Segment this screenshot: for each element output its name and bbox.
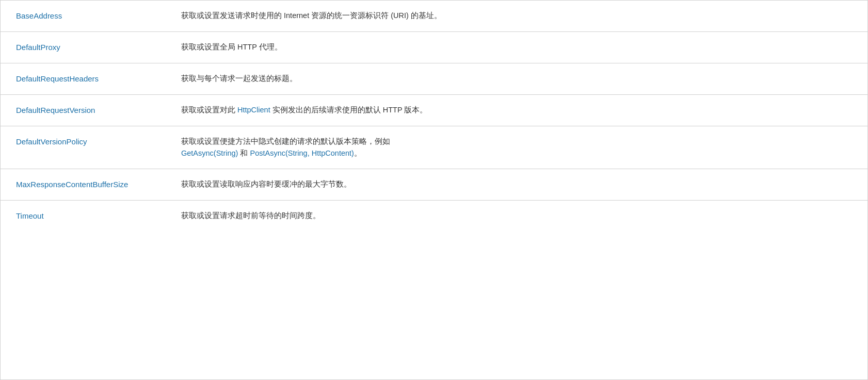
property-name[interactable]: DefaultProxy: [1, 32, 166, 63]
properties-table: BaseAddress获取或设置发送请求时使用的 Internet 资源的统一资…: [1, 1, 867, 232]
property-description: 获取或设置对此 HttpClient 实例发出的后续请求使用的默认 HTTP 版…: [166, 95, 867, 126]
property-name[interactable]: MaxResponseContentBufferSize: [1, 169, 166, 201]
property-name[interactable]: BaseAddress: [1, 1, 166, 32]
docs-table-container: BaseAddress获取或设置发送请求时使用的 Internet 资源的统一资…: [0, 0, 868, 380]
property-description: 获取或设置发送请求时使用的 Internet 资源的统一资源标识符 (URI) …: [166, 1, 867, 32]
property-name[interactable]: DefaultRequestVersion: [1, 95, 166, 126]
table-row: DefaultProxy获取或设置全局 HTTP 代理。: [1, 32, 867, 63]
table-row: DefaultRequestVersion获取或设置对此 HttpClient …: [1, 95, 867, 126]
property-link[interactable]: Timeout: [16, 211, 44, 220]
property-link[interactable]: DefaultProxy: [16, 43, 60, 52]
property-description: 获取或设置便捷方法中隐式创建的请求的默认版本策略，例如GetAsync(Stri…: [166, 126, 867, 169]
inline-link[interactable]: HttpClient: [237, 106, 270, 114]
table-row: MaxResponseContentBufferSize获取或设置读取响应内容时…: [1, 169, 867, 201]
table-row: DefaultRequestHeaders获取与每个请求一起发送的标题。: [1, 63, 867, 95]
property-link[interactable]: DefaultVersionPolicy: [16, 137, 87, 146]
property-name[interactable]: DefaultVersionPolicy: [1, 126, 166, 169]
property-link[interactable]: BaseAddress: [16, 11, 62, 20]
property-link[interactable]: DefaultRequestHeaders: [16, 74, 99, 83]
property-link[interactable]: MaxResponseContentBufferSize: [16, 180, 128, 189]
property-description: 获取或设置读取响应内容时要缓冲的最大字节数。: [166, 169, 867, 201]
property-name[interactable]: Timeout: [1, 201, 166, 232]
inline-link[interactable]: PostAsync(String, HttpContent): [250, 149, 353, 157]
property-description: 获取或设置请求超时前等待的时间跨度。: [166, 201, 867, 232]
property-name[interactable]: DefaultRequestHeaders: [1, 63, 166, 95]
property-description: 获取或设置全局 HTTP 代理。: [166, 32, 867, 63]
inline-link[interactable]: GetAsync(String): [181, 149, 238, 157]
table-row: Timeout获取或设置请求超时前等待的时间跨度。: [1, 201, 867, 232]
table-row: DefaultVersionPolicy获取或设置便捷方法中隐式创建的请求的默认…: [1, 126, 867, 169]
table-row: BaseAddress获取或设置发送请求时使用的 Internet 资源的统一资…: [1, 1, 867, 32]
property-link[interactable]: DefaultRequestVersion: [16, 106, 95, 114]
property-description: 获取与每个请求一起发送的标题。: [166, 63, 867, 95]
